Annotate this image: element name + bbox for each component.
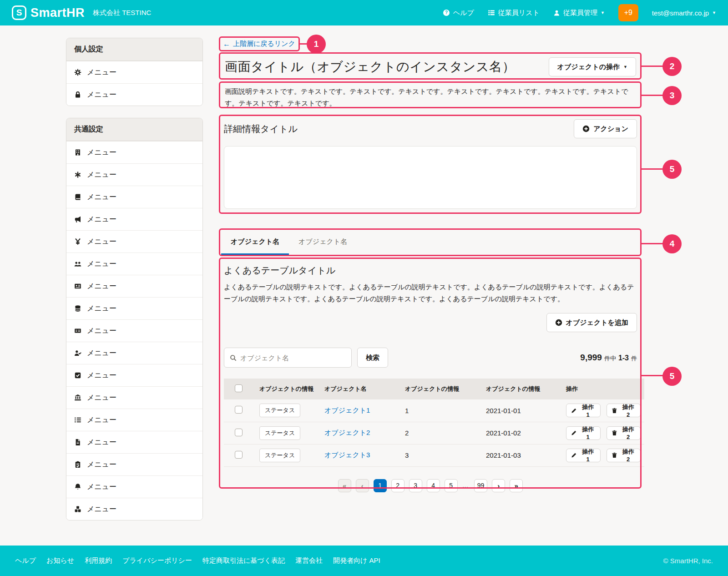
row-delete-label: 操作2 <box>621 448 636 463</box>
sidebar-section-1: 共通設定メニューメニューメニューメニューメニューメニューメニューメニューメニュー… <box>66 118 203 520</box>
row-edit-button[interactable]: 操作1 <box>566 404 601 417</box>
annotation-connector <box>641 375 663 376</box>
tab-strip: オブジェクト名 オブジェクト名 <box>221 230 640 255</box>
object-link[interactable]: オブジェクト3 <box>324 451 370 459</box>
footer-link[interactable]: ヘルプ <box>15 556 36 565</box>
sidebar-item[interactable]: メニュー <box>66 186 202 208</box>
sidebar-item[interactable]: メニュー <box>66 475 202 498</box>
annotation-connector <box>641 95 663 96</box>
tabs-section: オブジェクト名 オブジェクト名 <box>220 230 641 257</box>
search-input[interactable] <box>240 354 346 362</box>
account-dropdown[interactable]: test@smarthr.co.jp ▼ <box>652 9 716 17</box>
pencil-icon <box>571 430 577 436</box>
sidebar-item[interactable]: メニュー <box>66 386 202 409</box>
pagination-page-button[interactable]: 1 <box>374 479 387 492</box>
pagination-first-button[interactable]: « <box>338 479 351 492</box>
select-all-checkbox[interactable] <box>235 384 243 392</box>
search-button[interactable]: 検索 <box>357 348 388 368</box>
status-badge: ステータス <box>259 404 300 417</box>
row-info-cell: 2 <box>401 422 482 444</box>
row-edit-button[interactable]: 操作1 <box>566 449 601 462</box>
row-delete-label: 操作2 <box>621 425 636 440</box>
tab-object-1[interactable]: オブジェクト名 <box>221 230 289 255</box>
pagination-last-button[interactable]: » <box>510 479 523 492</box>
result-total: 9,999 <box>580 353 602 363</box>
bank-icon <box>74 394 81 401</box>
sidebar-item[interactable]: メニュー <box>66 163 202 186</box>
sidebar-item[interactable]: メニュー <box>66 431 202 453</box>
smarthr-logo[interactable]: S SmartHR <box>12 5 85 20</box>
footer-link[interactable]: プライバシーポリシー <box>122 556 192 565</box>
add-object-button[interactable]: オブジェクトを追加 <box>546 313 637 332</box>
row-delete-button[interactable]: 操作2 <box>607 426 641 440</box>
cubes-icon <box>74 505 81 513</box>
row-checkbox[interactable] <box>235 451 243 459</box>
sidebar-item[interactable]: メニュー <box>66 453 202 475</box>
pagination-page-button[interactable]: 4 <box>427 479 440 492</box>
employee-list-nav-item[interactable]: 従業員リスト <box>488 9 540 17</box>
row-delete-button[interactable]: 操作2 <box>607 404 641 417</box>
crew-count-badge[interactable]: +9 <box>618 4 638 21</box>
row-edit-button[interactable]: 操作1 <box>566 426 601 440</box>
row-info-cell: 3 <box>401 444 482 466</box>
pagination-next-button[interactable]: › <box>492 479 505 492</box>
object-actions-dropdown-button[interactable]: オブジェクトの操作 ▼ <box>549 57 636 76</box>
footer-link[interactable]: 利用規約 <box>85 556 112 565</box>
chevron-down-icon: ▼ <box>623 65 627 69</box>
row-checkbox[interactable] <box>235 406 243 414</box>
sidebar-item-label: メニュー <box>87 237 116 247</box>
tab-object-2[interactable]: オブジェクト名 <box>289 230 357 255</box>
database-icon <box>74 305 81 312</box>
sidebar-item-label: メニュー <box>87 505 116 514</box>
chevron-down-icon: ▼ <box>712 11 716 15</box>
row-actions-cell: 操作1操作2 <box>562 399 644 422</box>
page-description: 画面説明テキストです。テキストです。テキストです。テキストです。テキストです。テ… <box>220 83 641 109</box>
row-date-cell: 2021-01-02 <box>482 422 562 444</box>
add-object-label: オブジェクトを追加 <box>566 318 628 327</box>
sidebar-item[interactable]: メニュー <box>66 275 202 297</box>
pagination-prev-button[interactable]: ‹ <box>356 479 369 492</box>
table-column-header: オブジェクトの情報 <box>482 379 562 399</box>
help-nav-item[interactable]: ? ヘルプ <box>443 9 474 17</box>
sidebar-item-label: メニュー <box>87 192 116 202</box>
footer-link[interactable]: 運営会社 <box>295 556 323 565</box>
sidebar-item[interactable]: メニュー <box>66 61 202 83</box>
svg-text:?: ? <box>445 10 448 15</box>
footer-link[interactable]: 特定商取引法に基づく表記 <box>202 556 285 565</box>
list-icon <box>74 416 81 424</box>
object-link[interactable]: オブジェクト2 <box>324 429 370 436</box>
sidebar-item[interactable]: メニュー <box>66 342 202 364</box>
pagination-page-button[interactable]: 5 <box>445 479 458 492</box>
employee-list-icon <box>488 9 495 16</box>
footer-link[interactable]: お知らせ <box>46 556 74 565</box>
sidebar-item[interactable]: メニュー <box>66 319 202 342</box>
footer-link[interactable]: 開発者向け API <box>333 556 380 565</box>
sidebar-item[interactable]: メニュー <box>66 498 202 520</box>
sidebar-item-label: メニュー <box>87 482 116 492</box>
sidebar-item[interactable]: メニュー <box>66 409 202 431</box>
pagination-page-button[interactable]: 2 <box>391 479 404 492</box>
back-link-row: ← 上階層に戻るリンク <box>220 38 641 50</box>
pagination-page-button[interactable]: 99 <box>474 479 488 492</box>
sidebar-item[interactable]: メニュー <box>66 141 202 163</box>
sidebar-item[interactable]: メニュー <box>66 83 202 106</box>
users-icon <box>74 260 81 268</box>
pencil-icon <box>571 452 577 458</box>
sidebar-item[interactable]: メニュー <box>66 364 202 386</box>
bell-icon <box>74 483 81 490</box>
annotation-circle-2: 2 <box>662 57 682 76</box>
row-checkbox[interactable] <box>235 429 243 436</box>
back-to-parent-link[interactable]: ← 上階層に戻るリンク <box>220 38 300 50</box>
action-button[interactable]: アクション <box>574 119 637 138</box>
object-link[interactable]: オブジェクト1 <box>324 406 370 414</box>
row-delete-button[interactable]: 操作2 <box>607 449 641 462</box>
smarthr-logo-icon: S <box>12 5 26 20</box>
sidebar-item[interactable]: メニュー <box>66 297 202 319</box>
pagination-page-button[interactable]: 3 <box>409 479 422 492</box>
sidebar-item[interactable]: メニュー <box>66 253 202 275</box>
sidebar-item[interactable]: メニュー <box>66 230 202 253</box>
employee-mgmt-dropdown[interactable]: 従業員管理 ▼ <box>553 9 605 17</box>
sidebar-item[interactable]: メニュー <box>66 208 202 230</box>
chevron-down-icon: ▼ <box>601 11 605 15</box>
detail-section: 詳細情報タイトル アクション <box>220 116 641 214</box>
